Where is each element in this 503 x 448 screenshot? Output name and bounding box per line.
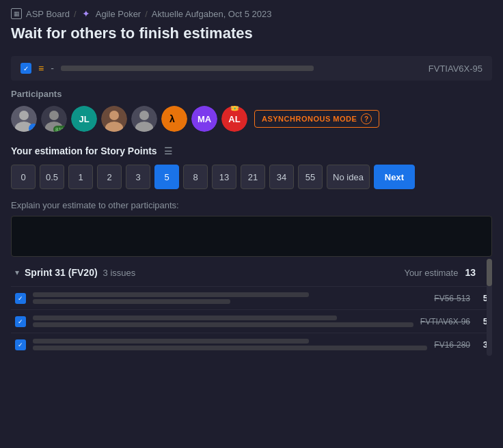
point-btn-1[interactable]: 1 bbox=[68, 165, 93, 189]
scrollbar[interactable] bbox=[487, 259, 492, 356]
estimation-title: Your estimation for Story Points bbox=[11, 145, 157, 156]
agile-poker-label: Agile Poker bbox=[96, 9, 141, 19]
sprint-row-right-3: FV16-280 3 bbox=[434, 339, 488, 350]
async-help-icon[interactable]: ? bbox=[361, 113, 372, 124]
async-mode-label: ASYNCHRONOUS MODE bbox=[262, 115, 357, 123]
point-btn-21[interactable]: 21 bbox=[241, 165, 265, 189]
task-line-1 bbox=[61, 66, 314, 71]
task-id: FVTIAV6X-95 bbox=[429, 64, 482, 74]
svg-text:λ: λ bbox=[169, 113, 175, 124]
breadcrumb-poker[interactable]: ✦ Agile Poker bbox=[81, 8, 141, 19]
asp-board-label: ASP Board bbox=[26, 9, 70, 19]
sprint-title: Sprint 31 (FV20) bbox=[25, 267, 98, 278]
avatar-check-icon: ✓ bbox=[29, 124, 37, 132]
next-button[interactable]: Next bbox=[374, 165, 415, 189]
point-btn-0[interactable]: 0 bbox=[11, 165, 36, 189]
avatar-6: λ bbox=[161, 106, 187, 132]
sprint-row-right-2: FVTIAV6X-96 5 bbox=[420, 316, 488, 326]
avatar-1: ✓ bbox=[11, 106, 37, 132]
sprint-row-1: FV56-513 5 bbox=[11, 286, 492, 309]
list-settings-icon[interactable]: ☰ bbox=[164, 145, 173, 156]
sprint-left: ▾ Sprint 31 (FV20) 3 issues bbox=[15, 267, 135, 278]
participants-row: ✓ 81% JL λ bbox=[11, 106, 492, 132]
sprint-right: Your estimate 13 bbox=[404, 267, 488, 278]
breadcrumb-current: Aktuelle Aufgaben, Oct 5 2023 bbox=[152, 9, 272, 19]
sprint-row-check-2[interactable] bbox=[15, 316, 26, 327]
point-btn-5[interactable]: 5 bbox=[154, 165, 179, 189]
your-estimate-label: Your estimate bbox=[404, 268, 458, 278]
sprint-row-text-2 bbox=[33, 316, 413, 327]
explain-label: Explain your estimate to other participa… bbox=[11, 200, 492, 210]
svg-point-2 bbox=[49, 111, 59, 120]
points-row: 0 0.5 1 2 3 5 8 13 21 34 55 No idea Next bbox=[11, 165, 492, 189]
breadcrumb-sep-2: / bbox=[145, 9, 148, 19]
asp-board-icon: ▦ bbox=[11, 8, 22, 19]
sprint-row-text-3 bbox=[33, 339, 427, 350]
explain-textarea[interactable] bbox=[11, 216, 492, 257]
task-dash: - bbox=[51, 63, 54, 74]
sprint-row-text-1 bbox=[33, 292, 427, 304]
avatar-7: MA bbox=[191, 106, 217, 132]
breadcrumb-asp[interactable]: ▦ ASP Board bbox=[11, 8, 70, 19]
point-btn-55[interactable]: 55 bbox=[298, 165, 323, 189]
avatar-5 bbox=[131, 106, 157, 132]
svg-point-6 bbox=[139, 111, 149, 120]
sprint-row-right-1: FV56-513 5 bbox=[434, 293, 488, 303]
participants-label: Participants bbox=[11, 89, 492, 99]
point-btn-0-5[interactable]: 0.5 bbox=[40, 165, 64, 189]
task-item: ≡ - FVTIAV6X-95 bbox=[11, 56, 492, 81]
svg-point-5 bbox=[105, 122, 123, 132]
svg-point-0 bbox=[19, 111, 29, 120]
sprint-row-check-1[interactable] bbox=[15, 293, 26, 304]
sprint-row-2: FVTIAV6X-96 5 bbox=[11, 309, 492, 333]
main-content: Wait for others to finish estimates ≡ - … bbox=[0, 25, 503, 356]
task-text-placeholder bbox=[61, 66, 482, 71]
agile-poker-icon: ✦ bbox=[81, 8, 92, 19]
svg-point-4 bbox=[109, 111, 119, 120]
async-mode-badge: ASYNCHRONOUS MODE ? bbox=[254, 110, 379, 128]
sprint-row-3: FV16-280 3 bbox=[11, 333, 492, 356]
sprint-header: ▾ Sprint 31 (FV20) 3 issues Your estimat… bbox=[11, 259, 492, 286]
point-btn-3[interactable]: 3 bbox=[126, 165, 150, 189]
your-estimate-value: 13 bbox=[465, 267, 476, 278]
avatar-8: AL 👑 bbox=[221, 106, 247, 132]
avatar-3: JL bbox=[71, 106, 97, 132]
sprint-row-check-3[interactable] bbox=[15, 339, 26, 350]
task-checkbox[interactable] bbox=[21, 63, 31, 74]
sprint-row-id-3: FV16-280 bbox=[434, 340, 470, 350]
point-btn-34[interactable]: 34 bbox=[269, 165, 294, 189]
sprint-row-id-1: FV56-513 bbox=[434, 294, 470, 303]
sprint-section: ▾ Sprint 31 (FV20) 3 issues Your estimat… bbox=[11, 259, 492, 356]
estimation-header: Your estimation for Story Points ☰ bbox=[11, 145, 492, 156]
breadcrumb-sep-1: / bbox=[74, 9, 77, 19]
svg-point-7 bbox=[135, 122, 153, 132]
point-btn-2[interactable]: 2 bbox=[97, 165, 122, 189]
sprint-row-id-2: FVTIAV6X-96 bbox=[420, 317, 470, 326]
avatar-4 bbox=[101, 106, 127, 132]
sprint-issue-count: 3 issues bbox=[103, 268, 136, 278]
breadcrumb: ▦ ASP Board / ✦ Agile Poker / Aktuelle A… bbox=[0, 0, 503, 25]
point-btn-8[interactable]: 8 bbox=[183, 165, 208, 189]
avatar-percent-badge: 81% bbox=[53, 126, 67, 132]
point-btn-no-idea[interactable]: No idea bbox=[327, 165, 370, 189]
point-btn-13[interactable]: 13 bbox=[212, 165, 236, 189]
sprint-chevron-icon[interactable]: ▾ bbox=[15, 268, 19, 277]
priority-icon: ≡ bbox=[38, 63, 44, 74]
page-title: Wait for others to finish estimates bbox=[11, 25, 492, 42]
scrollbar-thumb[interactable] bbox=[487, 259, 492, 286]
avatar-2: 81% bbox=[41, 106, 67, 132]
